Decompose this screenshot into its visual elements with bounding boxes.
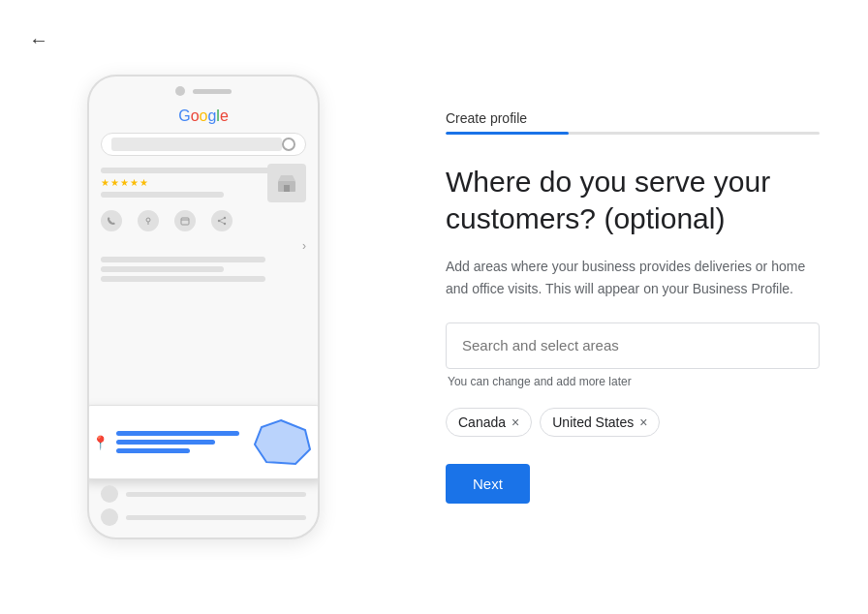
card-line-3 (116, 448, 190, 453)
map-shape-icon (247, 415, 315, 469)
tag-canada-close[interactable]: × (512, 415, 519, 429)
svg-rect-3 (181, 218, 189, 225)
search-input-container[interactable] (446, 322, 820, 369)
phone-icon-location (138, 210, 159, 231)
google-logo: Google (101, 107, 306, 125)
next-button[interactable]: Next (446, 464, 530, 504)
phone-bottom-row-1 (101, 485, 306, 503)
svg-rect-1 (284, 185, 290, 192)
search-input[interactable] (462, 337, 803, 353)
phone-camera (175, 86, 185, 96)
progress-label: Create profile (446, 110, 820, 126)
phone-bottom-line-2 (126, 515, 306, 520)
phone-store-icon (267, 164, 306, 202)
phone-icon-calendar (174, 210, 196, 231)
tag-united-states-label: United States (552, 414, 634, 430)
phone-stars-row: ★ ★ ★ ★ ★ (101, 177, 260, 188)
phone-card-overlay: 📍 (87, 405, 320, 479)
progress-bar-fill (446, 132, 569, 135)
tag-canada: Canada × (446, 408, 532, 437)
phone-line (101, 168, 275, 173)
phone-line-short (101, 192, 224, 198)
phone-stars: ★ ★ ★ ★ ★ (101, 177, 148, 188)
phone-line-m1 (101, 257, 265, 262)
phone-bottom (89, 474, 318, 537)
phone-search-icon (282, 138, 295, 151)
progress-bar-track (446, 132, 820, 135)
phone-search-bar (101, 133, 306, 156)
tag-canada-label: Canada (458, 414, 506, 430)
phone-icon-share (211, 210, 232, 231)
description-text: Add areas where your business provides d… (446, 256, 820, 299)
svg-point-2 (146, 218, 150, 222)
phone-bottom-circle-2 (101, 508, 118, 526)
phone-content: Google (89, 102, 318, 292)
card-lines (116, 431, 239, 453)
phone-top-bar (89, 77, 318, 102)
phone-speaker (193, 89, 232, 94)
phone-line-m2 (101, 276, 265, 282)
progress-section: Create profile (446, 110, 820, 135)
card-line-2 (116, 440, 215, 445)
tag-united-states-close[interactable]: × (639, 415, 647, 429)
page-container: ← Google (0, 0, 868, 614)
left-panel: ← Google (0, 0, 407, 614)
phone-bottom-circle-1 (101, 485, 118, 503)
card-line-1 (116, 431, 239, 436)
phone-line-s1 (101, 266, 224, 272)
svg-line-9 (219, 221, 225, 224)
phone-search-bar-input (111, 138, 282, 151)
phone-mockup: Google (87, 75, 320, 539)
phone-bottom-line-1 (126, 492, 306, 497)
svg-line-8 (219, 218, 225, 221)
main-heading: Where do you serve your customers? (opti… (446, 164, 820, 236)
tags-container: Canada × United States × (446, 408, 820, 437)
phone-bottom-row-2 (101, 508, 306, 526)
tag-united-states: United States × (540, 408, 660, 437)
back-button[interactable]: ← (29, 29, 48, 51)
search-helper-text: You can change and add more later (446, 375, 820, 388)
right-panel: Create profile Where do you serve your c… (407, 0, 868, 614)
phone-chevron: › (101, 239, 306, 253)
phone-icons-row (101, 210, 306, 231)
pin-icon: 📍 (92, 435, 108, 450)
phone-icon-phone (101, 210, 122, 231)
